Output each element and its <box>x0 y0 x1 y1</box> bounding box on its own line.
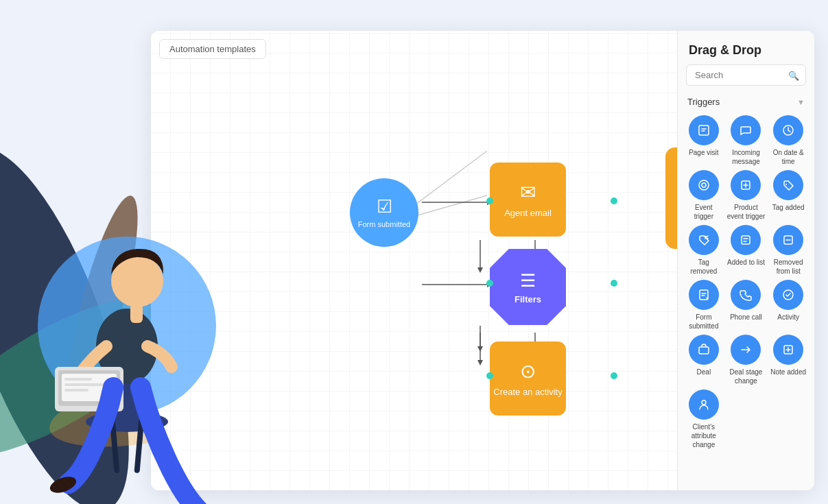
deal-label: Deal <box>697 368 711 376</box>
svg-point-46 <box>186 502 219 504</box>
activity-label: Activity <box>777 313 799 322</box>
trigger-tag-removed[interactable]: Tag removed <box>685 225 723 276</box>
phone-call-icon <box>731 280 761 310</box>
trigger-on-date-time[interactable]: On date & time <box>769 115 807 166</box>
connector-dot-1 <box>486 197 493 204</box>
connector-dot-5 <box>486 372 493 379</box>
added-to-list-label: Added to list <box>727 258 765 267</box>
tag-removed-icon <box>689 225 719 255</box>
trigger-activity[interactable]: Activity <box>769 280 807 331</box>
workflow-connectors <box>151 31 677 490</box>
search-icon: 🔍 <box>788 70 799 80</box>
trigger-deal[interactable]: Deal <box>685 335 723 385</box>
svg-rect-42 <box>64 378 92 381</box>
connector-dot-3 <box>486 280 493 287</box>
filters-icon: ☰ <box>520 270 536 291</box>
dnd-title: Drag & Drop <box>678 31 814 64</box>
connector-dot-4 <box>611 280 617 287</box>
svg-point-24 <box>785 184 787 185</box>
incoming-message-label: Incoming message <box>727 148 766 166</box>
trigger-incoming-message[interactable]: Incoming message <box>727 115 766 166</box>
create-activity-label: Create an activity <box>493 387 562 397</box>
svg-rect-34 <box>106 381 147 429</box>
trigger-added-to-list[interactable]: Added to list <box>727 225 766 276</box>
agent-email-node[interactable]: ✉ Agent email <box>490 163 566 237</box>
triggers-grid: Page visit Incoming message On date & ti… <box>678 112 814 460</box>
form-submitted-trigger-label: Form submitted <box>685 313 723 331</box>
svg-rect-29 <box>699 347 709 354</box>
deal-icon <box>689 335 719 365</box>
phone-call-label: Phone call <box>730 313 762 322</box>
chevron-down-icon: ▼ <box>797 98 805 106</box>
trigger-event[interactable]: Event trigger <box>685 170 723 221</box>
svg-point-37 <box>96 309 158 384</box>
dnd-panel: Drag & Drop 🔍 Triggers ▼ Page visit <box>677 31 814 490</box>
svg-point-31 <box>702 400 706 405</box>
svg-point-1 <box>0 128 165 504</box>
svg-marker-18 <box>477 346 483 352</box>
svg-rect-43 <box>64 383 106 386</box>
clients-attribute-icon <box>689 389 719 420</box>
svg-point-21 <box>699 180 709 190</box>
on-date-time-icon <box>773 115 803 145</box>
svg-rect-36 <box>134 418 144 473</box>
trigger-note-added[interactable]: Note added <box>769 335 807 385</box>
trigger-removed-from-list[interactable]: Removed from list <box>769 225 807 276</box>
svg-rect-40 <box>58 370 120 406</box>
incoming-message-icon <box>731 115 761 145</box>
form-submitted-label: Form submitted <box>358 220 410 229</box>
trigger-deal-stage-change[interactable]: Deal stage change <box>727 335 766 385</box>
trigger-form-submitted[interactable]: Form submitted <box>685 280 723 331</box>
main-canvas: Automation templates <box>151 31 814 490</box>
svg-point-45 <box>48 474 78 496</box>
filters-node[interactable]: ☰ Filters <box>490 249 566 325</box>
connector-dot-6 <box>611 372 617 379</box>
page-visit-label: Page visit <box>689 148 718 157</box>
create-activity-icon: ⊙ <box>520 360 536 383</box>
create-activity-node[interactable]: ⊙ Create an activity <box>490 341 566 416</box>
trigger-clients-attribute[interactable]: Client's attribute change <box>685 389 723 449</box>
automation-templates-tab[interactable]: Automation templates <box>159 39 266 59</box>
product-event-icon <box>731 170 761 200</box>
trigger-page-visit[interactable]: Page visit <box>685 115 723 166</box>
workflow-area[interactable]: Automation templates <box>151 31 677 490</box>
trigger-tag-added[interactable]: Tag added <box>769 170 807 221</box>
trigger-phone-call[interactable]: Phone call <box>727 280 766 331</box>
activity-icon <box>773 280 803 310</box>
clients-attribute-label: Client's attribute change <box>685 422 723 449</box>
svg-rect-39 <box>55 367 123 411</box>
svg-rect-47 <box>130 304 143 323</box>
svg-rect-44 <box>64 389 88 392</box>
triggers-header[interactable]: Triggers ▼ <box>678 94 814 112</box>
form-submitted-node[interactable]: ☑ Form submitted <box>350 178 418 247</box>
tab-bar: Automation templates <box>159 39 266 59</box>
svg-point-2 <box>55 191 152 413</box>
svg-rect-35 <box>110 418 120 473</box>
svg-rect-19 <box>699 125 709 135</box>
agent-email-icon: ✉ <box>520 181 536 204</box>
search-container: 🔍 <box>686 64 806 86</box>
removed-from-list-label: Removed from list <box>769 258 807 276</box>
svg-marker-14 <box>477 360 483 365</box>
filters-label: Filters <box>514 294 541 304</box>
form-submitted-trigger-icon <box>689 280 719 310</box>
connector-dot-2 <box>611 197 617 204</box>
product-event-label: Product event trigger <box>727 203 766 221</box>
event-trigger-label: Event trigger <box>685 203 723 221</box>
form-submitted-icon: ☑ <box>377 196 392 217</box>
svg-marker-16 <box>477 267 483 273</box>
svg-rect-25 <box>742 236 750 244</box>
deal-stage-change-icon <box>731 335 761 365</box>
page-visit-icon <box>689 115 719 145</box>
added-to-list-icon <box>731 225 761 255</box>
triggers-label: Triggers <box>687 97 720 107</box>
trigger-product-event[interactable]: Product event trigger <box>727 170 766 221</box>
note-added-icon <box>773 335 803 365</box>
tag-added-icon <box>773 170 803 200</box>
event-trigger-icon <box>689 170 719 200</box>
svg-point-22 <box>702 183 706 187</box>
deal-stage-change-label: Deal stage change <box>727 368 766 385</box>
tag-removed-label: Tag removed <box>685 258 723 276</box>
on-date-time-label: On date & time <box>769 148 807 166</box>
svg-rect-41 <box>62 374 117 401</box>
